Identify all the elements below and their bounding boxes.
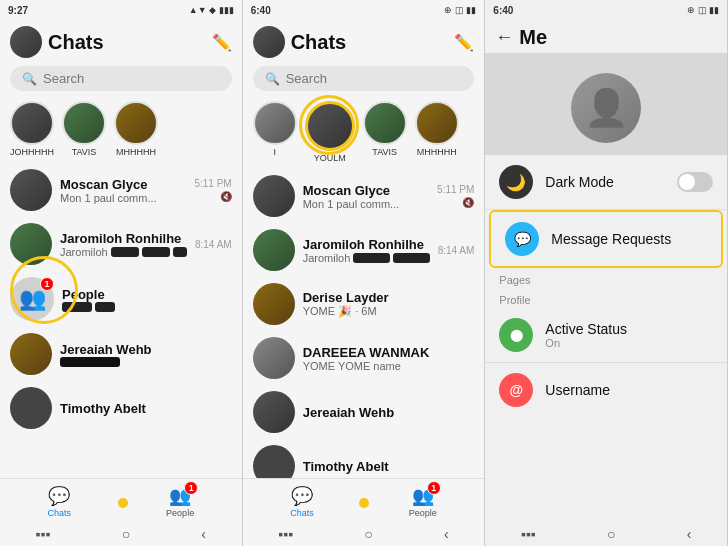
people-preview xyxy=(62,302,232,312)
chat-info: Timothy Abelt xyxy=(60,401,232,416)
edit-icon-2[interactable]: ✏️ xyxy=(454,33,474,52)
chat-info: Jaromiloh Ronhilhe Jaromiloh xyxy=(303,237,430,264)
story-label: TAVIS xyxy=(372,147,397,157)
dark-mode-text: Dark Mode xyxy=(545,174,665,190)
username-item[interactable]: @ Username xyxy=(485,363,727,418)
chat-name: Jaromiloh Ronhilhe xyxy=(60,231,187,246)
sys-menu-2[interactable]: ▪▪▪ xyxy=(278,526,293,542)
people-tab[interactable]: 👥 1 People xyxy=(6,271,236,327)
search-icon-1: 🔍 xyxy=(22,72,37,86)
nav-people-badge: 1 xyxy=(184,481,198,495)
chat-item[interactable]: Jaromiloh Ronhilhe Jaromiloh 8:14 AM xyxy=(249,223,479,277)
story-avatar xyxy=(10,101,54,145)
chats-label: Chats xyxy=(48,508,72,518)
message-requests-item[interactable]: 💬 Message Requests xyxy=(489,210,723,268)
search-bar-1[interactable]: 🔍 xyxy=(10,66,232,91)
story-label: MHHHHH xyxy=(116,147,156,157)
story-item[interactable]: TAVIS xyxy=(363,101,407,163)
message-requests-text: Message Requests xyxy=(551,231,707,247)
chat-item[interactable]: Timothy Abelt xyxy=(249,439,479,478)
sys-back-1[interactable]: ‹ xyxy=(201,526,206,542)
sys-home-1[interactable]: ○ xyxy=(122,526,130,542)
nav-chats-2[interactable]: 💬 Chats xyxy=(290,485,314,518)
spacer-3 xyxy=(485,418,727,522)
chat-avatar xyxy=(253,445,295,478)
active-status-item[interactable]: ⬤ Active Status On xyxy=(485,308,727,363)
dark-mode-item[interactable]: 🌙 Dark Mode xyxy=(485,155,727,210)
sys-nav-2: ▪▪▪ ○ ‹ xyxy=(243,522,485,546)
message-requests-title: Message Requests xyxy=(551,231,707,247)
chat-item[interactable]: Moscan Glyce Mon 1 paul comm... 5:11 PM … xyxy=(249,169,479,223)
chat-avatar xyxy=(10,223,52,265)
sys-back-3[interactable]: ‹ xyxy=(687,526,692,542)
story-item[interactable]: I xyxy=(253,101,297,163)
story-item[interactable]: MHHHHH xyxy=(114,101,158,157)
status-icons-1: ▲▼ ◆ ▮▮▮ xyxy=(189,5,234,15)
panel-1: 9:27 ▲▼ ◆ ▮▮▮ Chats ✏️ 🔍 JOHHHHH TAVIS M… xyxy=(0,0,243,546)
back-button[interactable]: ← xyxy=(495,27,513,48)
header-1: Chats ✏️ xyxy=(0,20,242,62)
chat-avatar xyxy=(10,169,52,211)
people-info: People xyxy=(62,287,232,312)
story-avatar-highlighted xyxy=(305,101,355,151)
chat-name: Jereaiah Wehb xyxy=(60,342,232,357)
nav-people-badge-2: 1 xyxy=(427,481,441,495)
chat-info: Jereaiah Wehb xyxy=(60,342,232,367)
story-item[interactable]: TAVIS xyxy=(62,101,106,157)
message-requests-icon: 💬 xyxy=(505,222,539,256)
sys-back-2[interactable]: ‹ xyxy=(444,526,449,542)
chat-meta: 8:14 AM xyxy=(438,245,475,256)
story-item[interactable]: YOULM xyxy=(305,101,355,163)
search-icon-2: 🔍 xyxy=(265,72,280,86)
chat-preview: YOME 🎉 · 6M xyxy=(303,305,475,318)
story-item[interactable]: JOHHHHH xyxy=(10,101,54,157)
active-status-subtitle: On xyxy=(545,337,713,349)
story-avatar xyxy=(114,101,158,145)
chat-meta: 8:14 AM xyxy=(195,239,232,250)
chat-item[interactable]: Timothy Abelt xyxy=(6,381,236,435)
mute-icon: 🔇 xyxy=(462,197,474,208)
mute-icon: 🔇 xyxy=(220,191,232,202)
people-nav-label: People xyxy=(166,508,194,518)
username-icon: @ xyxy=(499,373,533,407)
chat-time: 5:11 PM xyxy=(194,178,231,189)
chat-item[interactable]: DAREEEA WANMAK YOME YOME name xyxy=(249,331,479,385)
sys-home-2[interactable]: ○ xyxy=(364,526,372,542)
sys-menu-1[interactable]: ▪▪▪ xyxy=(36,526,51,542)
chat-item[interactable]: Moscan Glyce Mon 1 paul comm... 5:11 PM … xyxy=(6,163,236,217)
sys-home-3[interactable]: ○ xyxy=(607,526,615,542)
story-label: TAVIS xyxy=(72,147,97,157)
story-avatar xyxy=(253,101,297,145)
chat-avatar xyxy=(253,391,295,433)
story-label: JOHHHHH xyxy=(10,147,54,157)
nav-people-1[interactable]: 👥 People 1 xyxy=(166,485,194,518)
moon-icon: 🌙 xyxy=(506,173,526,192)
nav-people-2[interactable]: 👥 People 1 xyxy=(409,485,437,518)
chat-item[interactable]: Jereaiah Wehb xyxy=(6,327,236,381)
dark-mode-toggle[interactable] xyxy=(677,172,713,192)
profile-section-label: Profile xyxy=(485,288,727,308)
header-avatar-1 xyxy=(10,26,42,58)
bottom-nav-2: 💬 Chats 👥 People 1 xyxy=(243,478,485,522)
search-input-2[interactable] xyxy=(286,71,463,86)
dark-mode-title: Dark Mode xyxy=(545,174,665,190)
chat-item[interactable]: Jaromiloh Ronhilhe Jaromiloh 8:14 AM xyxy=(6,217,236,271)
story-avatar xyxy=(62,101,106,145)
story-avatar xyxy=(415,101,459,145)
sys-menu-3[interactable]: ▪▪▪ xyxy=(521,526,536,542)
chat-item[interactable]: Jereaiah Wehb xyxy=(249,385,479,439)
search-input-1[interactable] xyxy=(43,71,220,86)
chat-name: Jereaiah Wehb xyxy=(303,405,475,420)
chat-info: Moscan Glyce Mon 1 paul comm... xyxy=(303,183,429,210)
edit-icon-1[interactable]: ✏️ xyxy=(212,33,232,52)
chat-name: Moscan Glyce xyxy=(60,177,186,192)
chat-item[interactable]: Derise Layder YOME 🎉 · 6M xyxy=(249,277,479,331)
chat-list-1: Moscan Glyce Mon 1 paul comm... 5:11 PM … xyxy=(0,163,242,478)
status-icons-3: ⊕ ◫ ▮▮ xyxy=(687,5,719,15)
story-item[interactable]: MHHHHH xyxy=(415,101,459,163)
username-text: Username xyxy=(545,382,713,398)
chat-name: Moscan Glyce xyxy=(303,183,429,198)
chats-icon-2: 💬 xyxy=(291,485,313,507)
nav-chats-1[interactable]: 💬 Chats xyxy=(48,485,72,518)
search-bar-2[interactable]: 🔍 xyxy=(253,66,475,91)
